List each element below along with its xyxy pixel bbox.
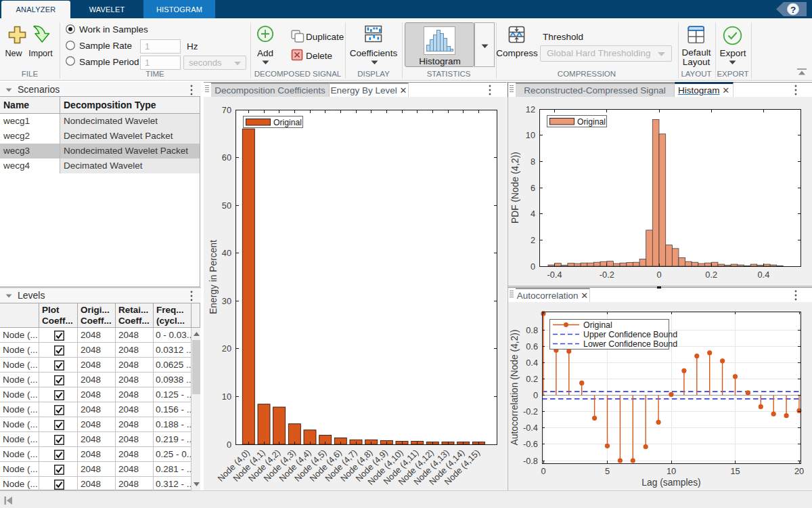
svg-text:15: 15 [730,466,740,476]
svg-text:0.4: 0.4 [758,270,770,280]
svg-text:20: 20 [222,343,231,354]
svg-text:8: 8 [531,156,535,167]
svg-text:-0.6: -0.6 [523,439,538,449]
svg-text:0.8: 0.8 [526,325,538,335]
svg-text:0: 0 [541,466,545,476]
svg-text:Lag (samples): Lag (samples) [641,478,700,488]
svg-text:-0.2: -0.2 [523,406,538,417]
svg-text:Energy in Percent: Energy in Percent [208,240,219,314]
svg-text:5: 5 [605,466,610,476]
svg-text:70: 70 [222,105,231,115]
svg-text:Original: Original [583,320,612,330]
svg-text:12: 12 [526,104,535,114]
svg-text:Upper Confidence Bound: Upper Confidence Bound [583,330,677,339]
svg-text:0: 0 [533,390,538,400]
svg-text:PDF (Node (4,2)): PDF (Node (4,2)) [510,152,520,224]
svg-text:Original: Original [273,118,302,127]
svg-text:10: 10 [222,391,231,402]
svg-text:-0.2: -0.2 [600,270,614,280]
svg-text:?: ? [790,5,796,15]
svg-text:0: 0 [531,261,535,272]
svg-text:Lower Confidence Bound: Lower Confidence Bound [583,339,677,349]
svg-text:10: 10 [667,466,676,476]
svg-text:30: 30 [222,296,231,306]
svg-text:0: 0 [656,270,661,280]
svg-text:Autocorrelation (Node (4,2)): Autocorrelation (Node (4,2)) [510,329,520,445]
svg-text:4: 4 [531,209,535,219]
svg-text:10: 10 [526,130,535,140]
svg-text:0.4: 0.4 [526,358,538,368]
svg-text:60: 60 [222,152,231,163]
svg-text:0.2: 0.2 [705,270,717,280]
svg-text:-0.4: -0.4 [547,270,562,280]
svg-text:2: 2 [531,235,535,245]
svg-text:50: 50 [222,200,231,211]
svg-text:0.2: 0.2 [526,374,538,384]
svg-text:0.6: 0.6 [526,341,538,352]
svg-text:6: 6 [531,183,535,193]
svg-text:0: 0 [227,440,231,450]
svg-text:-0.4: -0.4 [523,423,538,433]
svg-text:20: 20 [794,466,804,476]
svg-text:40: 40 [222,248,231,258]
svg-text:Original: Original [577,117,606,127]
svg-text:-0.8: -0.8 [523,456,538,466]
